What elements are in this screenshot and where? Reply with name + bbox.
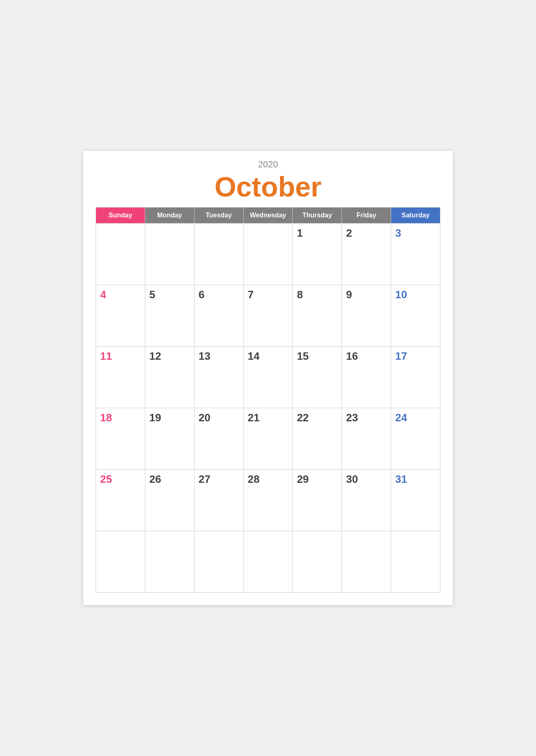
calendar-day-cell: 5 (145, 285, 194, 346)
calendar-day-cell: 9 (342, 285, 391, 346)
calendar-day-cell (194, 223, 243, 285)
day-number: 9 (346, 288, 352, 301)
calendar-day-cell: 2 (342, 223, 391, 285)
calendar-day-cell (243, 531, 293, 592)
column-header-friday: Friday (342, 207, 391, 223)
calendar-day-cell: 12 (145, 346, 194, 408)
calendar-day-cell: 13 (194, 346, 243, 408)
calendar-week-row: 18192021222324 (96, 408, 440, 469)
day-number: 10 (395, 288, 407, 301)
day-number: 8 (297, 288, 302, 301)
calendar-day-cell: 27 (194, 469, 243, 531)
calendar-day-cell: 6 (194, 285, 243, 346)
day-number: 3 (395, 227, 401, 240)
calendar-day-cell (96, 223, 145, 285)
column-header-monday: Monday (145, 207, 194, 223)
calendar-day-cell: 26 (145, 469, 194, 531)
calendar-day-cell: 11 (96, 346, 145, 408)
calendar-week-row: 45678910 (96, 285, 440, 346)
calendar-year: 2020 (96, 159, 440, 170)
calendar-day-cell: 19 (145, 408, 194, 469)
calendar-day-cell: 24 (391, 408, 440, 469)
calendar-day-cell (293, 531, 342, 592)
calendar-day-cell: 28 (243, 469, 293, 531)
calendar-day-cell: 25 (96, 469, 145, 531)
calendar-day-cell: 15 (293, 346, 342, 408)
calendar-day-cell (145, 531, 194, 592)
day-number: 13 (199, 350, 211, 363)
column-header-thursday: Thursday (293, 207, 342, 223)
calendar-week-row: 123 (96, 223, 440, 285)
calendar-day-cell: 18 (96, 408, 145, 469)
day-number: 16 (346, 350, 358, 363)
calendar-day-cell: 3 (391, 223, 440, 285)
calendar-week-row: 11121314151617 (96, 346, 440, 408)
calendar-week-row (96, 531, 440, 592)
calendar-day-cell (96, 531, 145, 592)
calendar-day-cell: 17 (391, 346, 440, 408)
calendar-day-cell: 1 (293, 223, 342, 285)
day-number: 27 (199, 473, 211, 486)
calendar-day-cell (391, 531, 440, 592)
calendar-day-cell: 23 (342, 408, 391, 469)
day-number: 30 (346, 473, 358, 486)
day-number: 28 (248, 473, 260, 486)
calendar-day-cell: 21 (243, 408, 293, 469)
calendar-header-row: SundayMondayTuesdayWednesdayThursdayFrid… (96, 207, 440, 223)
day-number: 20 (199, 411, 211, 424)
day-number: 4 (100, 288, 106, 301)
day-number: 29 (297, 473, 309, 486)
day-number: 1 (297, 227, 302, 240)
day-number: 21 (248, 411, 260, 424)
calendar-month: October (96, 171, 440, 202)
day-number: 12 (149, 350, 161, 363)
calendar-day-cell (243, 223, 293, 285)
calendar-day-cell (342, 531, 391, 592)
day-number: 25 (100, 473, 112, 486)
calendar-day-cell: 4 (96, 285, 145, 346)
calendar-week-row: 25262728293031 (96, 469, 440, 531)
calendar-day-cell: 22 (293, 408, 342, 469)
calendar-day-cell: 20 (194, 408, 243, 469)
calendar-day-cell: 29 (293, 469, 342, 531)
day-number: 23 (346, 411, 358, 424)
calendar-body: 1234567891011121314151617181920212223242… (96, 223, 440, 592)
calendar-day-cell (194, 531, 243, 592)
day-number: 26 (149, 473, 161, 486)
column-header-saturday: Saturday (391, 207, 440, 223)
day-number: 14 (248, 350, 260, 363)
calendar-day-cell (145, 223, 194, 285)
day-number: 5 (149, 288, 155, 301)
day-number: 24 (395, 411, 407, 424)
calendar-day-cell: 7 (243, 285, 293, 346)
column-header-tuesday: Tuesday (194, 207, 243, 223)
calendar-day-cell: 16 (342, 346, 391, 408)
calendar-day-cell: 30 (342, 469, 391, 531)
calendar-day-cell: 8 (293, 285, 342, 346)
column-header-wednesday: Wednesday (243, 207, 293, 223)
day-number: 17 (395, 350, 407, 363)
day-number: 31 (395, 473, 407, 486)
day-number: 15 (297, 350, 309, 363)
calendar-day-cell: 31 (391, 469, 440, 531)
calendar-day-cell: 10 (391, 285, 440, 346)
calendar-table: SundayMondayTuesdayWednesdayThursdayFrid… (96, 207, 440, 593)
day-number: 2 (346, 227, 352, 240)
day-number: 18 (100, 411, 112, 424)
day-number: 19 (149, 411, 161, 424)
calendar-container: 2020 October SundayMondayTuesdayWednesda… (83, 151, 453, 605)
day-number: 22 (297, 411, 309, 424)
day-number: 7 (248, 288, 254, 301)
calendar-day-cell: 14 (243, 346, 293, 408)
column-header-sunday: Sunday (96, 207, 145, 223)
day-number: 6 (199, 288, 204, 301)
day-number: 11 (100, 350, 112, 363)
